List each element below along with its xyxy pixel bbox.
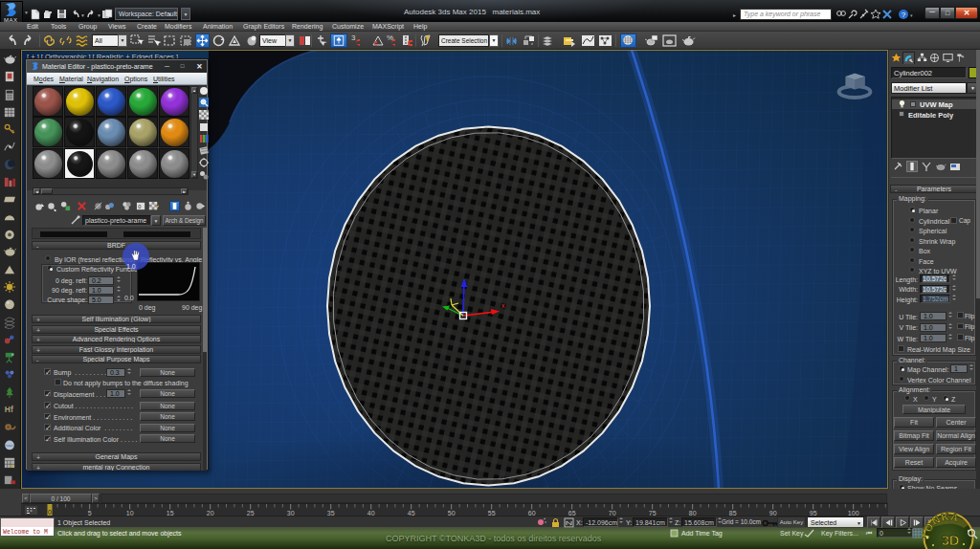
svg-text:0: 0 <box>138 204 141 209</box>
svg-text:3: 3 <box>351 33 356 42</box>
svg-text:0: 0 <box>48 509 52 516</box>
svg-text:3D: 3D <box>942 533 960 548</box>
svg-text:Hf: Hf <box>5 405 13 414</box>
svg-text:?: ? <box>902 11 906 19</box>
svg-text:x: x <box>501 302 505 309</box>
